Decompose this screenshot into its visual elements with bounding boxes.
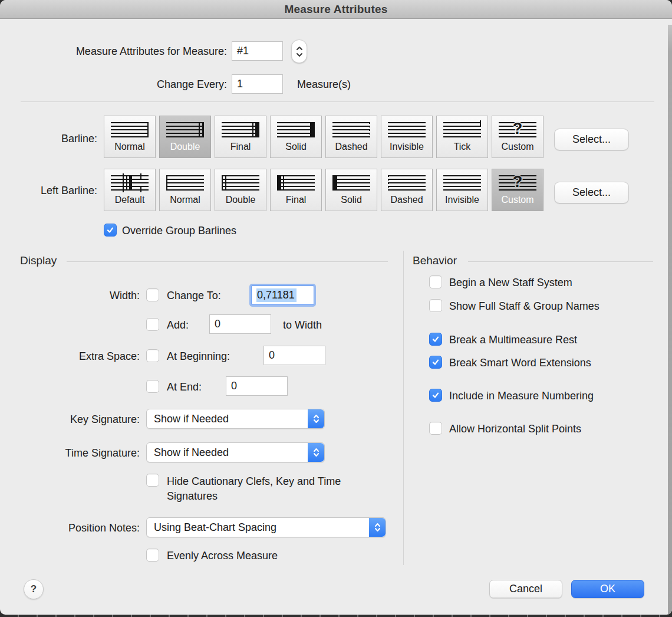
at-beginning-value: 0 bbox=[269, 349, 275, 362]
behavior-section-rule bbox=[468, 261, 653, 262]
include-measure-numbering-label[interactable]: Include in Measure Numbering bbox=[449, 389, 594, 402]
header-divider bbox=[21, 101, 654, 102]
time-signature-label: Time Signature: bbox=[18, 447, 140, 460]
checkbox-at-beginning[interactable] bbox=[146, 349, 159, 362]
barline-option-custom[interactable]: ? Custom bbox=[492, 116, 543, 158]
change-every-label: Change Every: bbox=[21, 78, 227, 91]
help-button[interactable]: ? bbox=[24, 579, 44, 599]
barline-option-tick[interactable]: Tick bbox=[436, 116, 488, 158]
left-barline-default-icon bbox=[111, 175, 149, 191]
ok-button[interactable]: OK bbox=[571, 580, 644, 598]
checkbox-break-smart-word-extensions[interactable] bbox=[429, 356, 442, 369]
checkbox-break-multimeasure-rest[interactable] bbox=[429, 333, 442, 346]
left-barline-select-button[interactable]: Select... bbox=[554, 182, 629, 204]
change-every-field[interactable]: 1 bbox=[232, 74, 283, 94]
display-section-title: Display bbox=[20, 254, 57, 267]
checkbox-include-measure-numbering[interactable] bbox=[429, 389, 442, 402]
barline-select-button[interactable]: Select... bbox=[554, 129, 629, 150]
barline-option-label: Final bbox=[230, 142, 251, 152]
break-smart-word-extensions-label[interactable]: Break Smart Word Extensions bbox=[449, 356, 591, 369]
section-divider bbox=[403, 251, 404, 565]
left-barline-option-label: Default bbox=[115, 195, 145, 205]
barline-select-label: Select... bbox=[572, 133, 611, 146]
left-barline-option-double[interactable]: Double bbox=[215, 169, 266, 211]
barline-option-final[interactable]: Final bbox=[215, 116, 266, 158]
left-barline-invisible-icon bbox=[443, 175, 481, 191]
barline-label: Barline: bbox=[12, 132, 97, 145]
left-barline-option-label: Double bbox=[226, 195, 256, 205]
barline-tick-icon bbox=[443, 122, 481, 137]
at-end-field[interactable]: 0 bbox=[226, 376, 288, 396]
barline-option-normal[interactable]: Normal bbox=[104, 116, 156, 158]
barline-final-icon bbox=[222, 122, 259, 137]
hide-cautionary-label[interactable]: Hide Cautionary Clefs, Key and Time Sign… bbox=[167, 474, 361, 504]
barline-dashed-icon bbox=[332, 122, 370, 137]
stepper-up-icon bbox=[296, 46, 303, 51]
barline-option-double[interactable]: Double bbox=[159, 116, 211, 158]
measure-number-field[interactable]: #1 bbox=[232, 41, 283, 61]
popup-arrows-icon bbox=[308, 443, 324, 462]
left-barline-option-default[interactable]: Default bbox=[104, 169, 156, 211]
barline-option-solid[interactable]: Solid bbox=[270, 116, 322, 158]
at-end-label[interactable]: At End: bbox=[167, 380, 202, 393]
begin-new-staff-system-label[interactable]: Begin a New Staff System bbox=[449, 276, 572, 289]
checkbox-show-full-names[interactable] bbox=[429, 299, 442, 312]
change-to-field[interactable]: 0,71181 bbox=[251, 285, 314, 305]
checkbox-begin-new-staff-system[interactable] bbox=[429, 275, 442, 288]
checkbox-at-end[interactable] bbox=[146, 380, 159, 393]
help-icon: ? bbox=[31, 583, 37, 595]
left-barline-option-invisible[interactable]: Invisible bbox=[436, 169, 488, 211]
behavior-section-title: Behavior bbox=[413, 254, 457, 267]
barline-option-label: Double bbox=[170, 142, 200, 152]
time-signature-popup[interactable]: Show if Needed bbox=[146, 442, 325, 462]
barline-option-label: Tick bbox=[454, 142, 471, 152]
barline-normal-icon bbox=[111, 122, 149, 137]
checkbox-change-to[interactable] bbox=[146, 288, 159, 301]
position-notes-value: Using Beat-Chart Spacing bbox=[154, 521, 276, 534]
left-barline-select-label: Select... bbox=[572, 186, 611, 199]
show-full-names-label[interactable]: Show Full Staff & Group Names bbox=[449, 300, 599, 313]
left-barline-option-normal[interactable]: Normal bbox=[159, 169, 211, 211]
checkbox-evenly-across[interactable] bbox=[146, 549, 159, 562]
left-barline-option-final[interactable]: Final bbox=[270, 169, 322, 211]
at-end-value: 0 bbox=[231, 380, 237, 392]
left-barline-option-custom[interactable]: ? Custom bbox=[492, 169, 543, 211]
barline-option-invisible[interactable]: Invisible bbox=[381, 116, 433, 158]
popup-arrows-icon bbox=[369, 518, 386, 537]
checkbox-override-group-barlines[interactable] bbox=[104, 224, 117, 237]
cancel-button[interactable]: Cancel bbox=[489, 580, 562, 598]
add-field[interactable]: 0 bbox=[209, 314, 271, 334]
evenly-across-label[interactable]: Evenly Across Measure bbox=[167, 549, 278, 562]
cancel-label: Cancel bbox=[509, 583, 542, 595]
override-group-barlines-label[interactable]: Override Group Barlines bbox=[122, 224, 236, 237]
width-label: Width: bbox=[18, 289, 140, 302]
barline-option-label: Custom bbox=[501, 142, 533, 152]
change-every-value: 1 bbox=[237, 78, 243, 90]
barline-option-dashed[interactable]: Dashed bbox=[325, 116, 377, 158]
measure-number-value: #1 bbox=[237, 45, 249, 57]
left-barline-solid-icon bbox=[332, 175, 370, 191]
change-to-label[interactable]: Change To: bbox=[167, 289, 221, 302]
title-bar[interactable]: Measure Attributes bbox=[0, 0, 672, 19]
window-title: Measure Attributes bbox=[285, 3, 388, 16]
allow-horizontal-split-label[interactable]: Allow Horizontal Split Points bbox=[449, 422, 581, 435]
left-barline-option-solid[interactable]: Solid bbox=[325, 169, 377, 211]
add-label[interactable]: Add: bbox=[167, 319, 189, 332]
at-beginning-label[interactable]: At Beginning: bbox=[167, 350, 230, 363]
checkbox-allow-horizontal-split[interactable] bbox=[429, 422, 442, 435]
left-barline-option-dashed[interactable]: Dashed bbox=[381, 169, 433, 211]
extra-space-label: Extra Space: bbox=[18, 350, 140, 363]
measure-stepper[interactable] bbox=[291, 40, 307, 63]
background-window-edge bbox=[668, 25, 672, 615]
change-to-value: 0,71181 bbox=[256, 288, 297, 302]
position-notes-popup[interactable]: Using Beat-Chart Spacing bbox=[146, 517, 386, 537]
checkbox-hide-cautionary[interactable] bbox=[146, 474, 159, 487]
key-signature-popup[interactable]: Show if Needed bbox=[146, 409, 325, 429]
at-beginning-field[interactable]: 0 bbox=[263, 346, 325, 365]
checkbox-add-to-width[interactable] bbox=[146, 318, 159, 331]
break-multimeasure-rest-label[interactable]: Break a Multimeasure Rest bbox=[449, 333, 577, 346]
barline-option-label: Invisible bbox=[390, 142, 424, 152]
add-value: 0 bbox=[215, 318, 220, 330]
left-barline-label: Left Barline: bbox=[12, 184, 97, 197]
measure-for-label: Measure Attributes for Measure: bbox=[21, 45, 227, 58]
